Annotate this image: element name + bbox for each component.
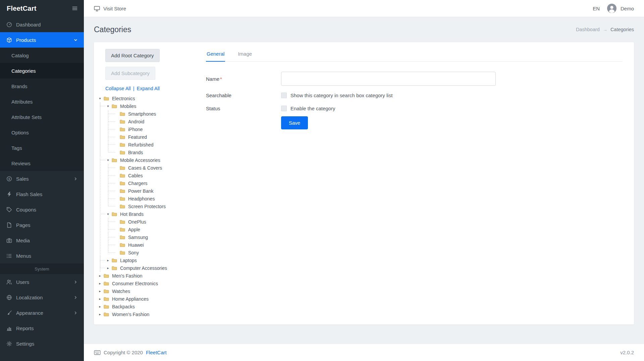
tree-node-label[interactable]: Backpacks xyxy=(111,304,136,309)
sidebar-item-dashboard[interactable]: Dashboard xyxy=(0,17,84,32)
fleetcart-link[interactable]: FleetCart xyxy=(146,350,167,355)
tree-toggle-icon[interactable]: ▸ xyxy=(97,280,103,287)
tree-node-label[interactable]: Mobile Accessories xyxy=(119,158,161,163)
tree-node-label[interactable]: Consumer Electronics xyxy=(111,281,159,286)
sidebar-item-media[interactable]: Media xyxy=(0,233,84,248)
sidebar-item-localization[interactable]: Localization xyxy=(0,290,84,305)
tree-toggle-icon[interactable]: ▾ xyxy=(97,95,103,102)
tree-node-label[interactable]: Featured xyxy=(127,134,148,140)
tree-node-label[interactable]: Refurbished xyxy=(127,142,155,147)
visit-store-link[interactable]: Visit Store xyxy=(94,6,126,11)
tree-node: Samsung xyxy=(113,233,206,241)
tree-node-label[interactable]: Electronics xyxy=(111,96,136,101)
avatar[interactable] xyxy=(607,4,616,13)
language-selector[interactable]: EN xyxy=(593,6,600,11)
tree-node-label[interactable]: OnePlus xyxy=(127,219,147,225)
searchable-checkbox[interactable] xyxy=(281,93,287,98)
tree-node-label[interactable]: Cables xyxy=(127,173,144,178)
tree-node-label[interactable]: Home Appliances xyxy=(111,296,150,302)
tab-general[interactable]: General xyxy=(206,49,225,61)
breadcrumb-dashboard-link[interactable]: Dashboard xyxy=(576,27,600,32)
sidebar-item-flash-sales[interactable]: Flash Sales xyxy=(0,186,84,202)
tree-node-label[interactable]: Android xyxy=(127,119,145,124)
tree-node-label[interactable]: Cases & Covers xyxy=(127,165,163,171)
tree-node-label[interactable]: Chargers xyxy=(127,181,149,186)
folder-icon xyxy=(112,104,117,109)
sidebar-item-reviews[interactable]: Reviews xyxy=(0,156,84,171)
tree-node-row: OnePlus xyxy=(113,218,206,226)
save-button[interactable]: Save xyxy=(281,116,308,129)
tree-node-label[interactable]: Men's Fashion xyxy=(111,273,144,279)
tree-node-label[interactable]: Huawei xyxy=(127,242,145,248)
sidebar-item-users[interactable]: Users xyxy=(0,274,84,290)
sidebar-item-categories[interactable]: Categories xyxy=(0,63,84,78)
tree-node-label[interactable]: Laptops xyxy=(119,258,138,263)
tree-node-label[interactable]: Apple xyxy=(127,227,141,232)
user-menu[interactable]: Demo xyxy=(621,6,634,11)
tree-node-label[interactable]: Women's Fashion xyxy=(111,312,150,317)
tree-node-label[interactable]: Sony xyxy=(127,250,140,255)
tree-node-row: Samsung xyxy=(113,233,206,241)
tree-node-label[interactable]: Brands xyxy=(127,150,144,155)
tree-toggle-icon[interactable]: ▾ xyxy=(105,156,111,164)
hamburger-icon[interactable] xyxy=(72,5,78,11)
tree-toggle-icon[interactable]: ▸ xyxy=(97,303,103,310)
tree-node-label[interactable]: Headphones xyxy=(127,196,156,201)
tree-node-label[interactable]: Power Bank xyxy=(127,188,154,194)
tree-node-label[interactable]: Samsung xyxy=(127,235,149,240)
tree-toggle-icon[interactable]: ▾ xyxy=(105,102,111,110)
tree-toggle-icon[interactable]: ▸ xyxy=(105,256,111,264)
tree-node-label[interactable]: Hot Brands xyxy=(119,212,145,217)
tab-image[interactable]: Image xyxy=(237,49,253,61)
status-option-label: Enable the category xyxy=(290,106,335,111)
sidebar-item-catalog[interactable]: Catalog xyxy=(0,48,84,63)
tree-node-label[interactable]: Smartphones xyxy=(127,111,157,117)
collapse-all-link[interactable]: Collapse All xyxy=(105,86,131,91)
tree-node: ▸Home Appliances xyxy=(97,295,206,303)
sidebar-item-settings[interactable]: Settings xyxy=(0,336,84,351)
tree-toggle-icon[interactable]: ▸ xyxy=(97,272,103,280)
sidebar-item-brands[interactable]: Brands xyxy=(0,78,84,94)
folder-icon xyxy=(120,181,125,186)
app-logo: FleetCart xyxy=(7,5,37,12)
name-input[interactable] xyxy=(281,72,496,86)
tree-node: Headphones xyxy=(113,195,206,202)
tree-node-label[interactable]: Watches xyxy=(111,289,131,294)
tree-toggle-spacer xyxy=(113,110,119,118)
expand-all-link[interactable]: Expand All xyxy=(137,86,160,91)
sidebar-item-attributes[interactable]: Attributes xyxy=(0,94,84,109)
folder-icon xyxy=(120,227,125,232)
tree-toggle-icon[interactable]: ▸ xyxy=(97,287,103,295)
sidebar-item-options[interactable]: Options xyxy=(0,125,84,140)
tree-node: ▸Laptops xyxy=(105,256,206,264)
tree-node-label[interactable]: Screen Protectors xyxy=(127,204,167,209)
tree-toggle-spacer xyxy=(113,179,119,187)
sidebar-item-products[interactable]: Products xyxy=(0,32,84,48)
tree-node-label[interactable]: Mobiles xyxy=(119,104,137,109)
sidebar-item-sales[interactable]: $ Sales xyxy=(0,171,84,186)
add-subcategory-button[interactable]: Add Subcategory xyxy=(105,67,155,80)
tree-toggle-icon[interactable]: ▸ xyxy=(97,295,103,303)
tree-node-label[interactable]: Computer Accessories xyxy=(119,265,168,271)
tree-toggle-icon[interactable]: ▸ xyxy=(105,264,111,272)
name-label-text: Name xyxy=(206,76,219,82)
folder-icon xyxy=(104,304,109,309)
sidebar-item-menus[interactable]: Menus xyxy=(0,248,84,263)
sidebar-item-attribute-sets[interactable]: Attribute Sets xyxy=(0,109,84,125)
tree-node: ▾Hot BrandsOnePlusAppleSamsungHuaweiSony xyxy=(105,210,206,256)
name-label: Name* xyxy=(206,76,281,82)
sidebar-item-coupons[interactable]: Coupons xyxy=(0,202,84,217)
tree-toggle-spacer xyxy=(113,241,119,249)
products-icon xyxy=(6,37,12,43)
sidebar-item-pages[interactable]: Pages xyxy=(0,217,84,233)
status-checkbox[interactable] xyxy=(281,106,287,111)
sidebar-item-appearance[interactable]: Appearance xyxy=(0,305,84,320)
content-card: Add Root Category Add Subcategory Collap… xyxy=(94,42,634,324)
tree-node-row: Headphones xyxy=(113,195,206,202)
sidebar-item-reports[interactable]: Reports xyxy=(0,320,84,336)
add-root-category-button[interactable]: Add Root Category xyxy=(105,49,160,62)
tree-toggle-icon[interactable]: ▾ xyxy=(105,210,111,218)
tree-toggle-icon[interactable]: ▸ xyxy=(97,310,103,318)
sidebar-item-tags[interactable]: Tags xyxy=(0,140,84,156)
tree-node-label[interactable]: iPhone xyxy=(127,127,144,132)
